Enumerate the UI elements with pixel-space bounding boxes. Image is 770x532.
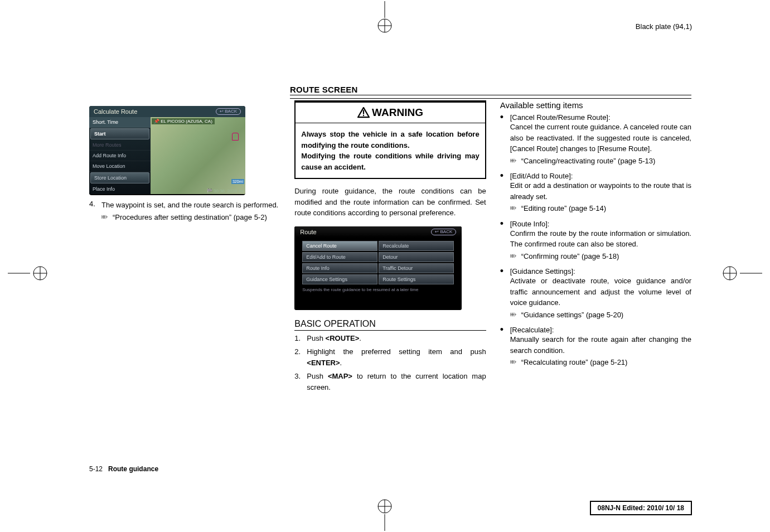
xref-icon	[101, 212, 113, 223]
ss-title: Calculate Route	[94, 108, 137, 115]
warning-para: Always stop the vehicle in a safe locati…	[301, 129, 479, 151]
svg-point-8	[723, 267, 737, 280]
warning-triangle-icon	[357, 107, 370, 118]
ss2-cell: Route Info	[302, 263, 377, 273]
xref-icon	[510, 156, 521, 167]
xref: “Recalculating route” (page 5-21)	[510, 357, 691, 368]
ss2-cell: Detour	[379, 252, 454, 262]
bullet-dot: •	[500, 172, 510, 180]
bullet-desc: Confirm the route by the route informati…	[510, 228, 691, 250]
step-item: 2.Highlight the preferred setting item a…	[294, 346, 486, 368]
ss-item: Store Location	[90, 172, 149, 183]
xref-text: “Canceling/reactivating route” (page 5-1…	[521, 156, 656, 167]
reg-mark-bottom	[362, 497, 407, 531]
bullet-item: •[Cancel Route/Resume Route]:Cancel the …	[500, 113, 691, 166]
xref: “Canceling/reactivating route” (page 5-1…	[510, 156, 691, 167]
steps-list: 1.Push <ROUTE>.2.Highlight the preferred…	[294, 333, 486, 396]
plate-label: Black plate (94,1)	[636, 22, 692, 31]
xref-text: “Confirming route” (page 5-18)	[521, 251, 619, 262]
xref-icon	[510, 251, 521, 262]
bullet-desc: Activate or deactivate route, voice guid…	[510, 275, 691, 308]
calculate-route-screenshot: Calculate Route ↩ BACK Short. Time Start…	[89, 106, 245, 195]
xref: “Guidance settings” (page 5-20)	[510, 309, 691, 321]
ss-item: Add Route Info	[89, 151, 151, 161]
ss2-cell: Traffic Detour	[379, 263, 454, 273]
reg-mark-top	[362, 1, 407, 35]
ss-item: Move Location	[89, 161, 151, 172]
step-text: Push <MAP> to return to the current loca…	[307, 371, 486, 393]
xref: “Editing route” (page 5-14)	[510, 203, 691, 214]
column-left: Calculate Route ↩ BACK Short. Time Start…	[89, 72, 280, 474]
column-right: Available setting items •[Cancel Route/R…	[500, 72, 691, 474]
bullet-label: [Edit/Add to Route]:	[510, 172, 573, 180]
step-number: 4.	[89, 200, 101, 223]
ss-item: Start	[90, 128, 149, 139]
ss-item: Short. Time	[89, 117, 151, 128]
ss2-cell: Guidance Settings	[302, 274, 377, 284]
step-text: The waypoint is set, and the route searc…	[101, 201, 278, 209]
bullet-item: •[Recalculate]:Manually search for the r…	[500, 326, 691, 368]
svg-point-12	[378, 500, 391, 513]
warning-box: WARNING Always stop the vehicle in a saf…	[294, 100, 486, 179]
xref-text: “Guidance settings” (page 5-20)	[521, 309, 624, 321]
key-label: <ENTER>	[307, 359, 340, 367]
xref-icon	[510, 309, 521, 321]
bullet-item: •[Edit/Add to Route]:Edit or add a desti…	[500, 172, 691, 214]
ss2-cell: Route Settings	[379, 274, 454, 284]
bullets-list: •[Cancel Route/Resume Route]:Cancel the …	[500, 113, 691, 374]
key-label: <MAP>	[328, 372, 352, 380]
step-number: 3.	[294, 371, 307, 393]
bullet-item: •[Route Info]:Confirm the route by the r…	[500, 220, 691, 262]
xref-text: “Procedures after setting destination” (…	[113, 212, 267, 223]
bullet-label: [Route Info]:	[510, 220, 550, 228]
step-text: Push <ROUTE>.	[307, 333, 361, 344]
back-icon: ↩ BACK	[216, 108, 241, 115]
bullet-item: •[Guidance Settings]:Activate or deactiv…	[500, 267, 691, 320]
xref-text: “Recalculating route” (page 5-21)	[521, 357, 628, 368]
intro-para: During route guidance, the route conditi…	[294, 186, 486, 219]
bullet-body: Activate or deactivate route, voice guid…	[510, 275, 691, 320]
available-items-heading: Available setting items	[500, 100, 691, 110]
warning-title: WARNING	[296, 103, 485, 123]
svg-point-17	[363, 115, 364, 116]
svg-point-5	[33, 267, 47, 280]
ss2-cell: Recalculate	[379, 241, 454, 251]
key-label: <ROUTE>	[326, 334, 360, 342]
bullet-body: Manually search for the route again afte…	[510, 334, 691, 368]
back-icon: ↩ BACK	[431, 229, 456, 235]
step-item: 1.Push <ROUTE>.	[294, 333, 486, 344]
ss-page: 1/6	[89, 195, 151, 195]
bullet-dot: •	[500, 113, 510, 122]
ss-map: 📌 EL PICOSO (AZUSA, CA) 320mi 🏁 30:36 20…	[151, 117, 245, 194]
edit-stamp: 08NJ-N Edited: 2010/ 10/ 18	[590, 501, 692, 515]
bullet-dot: •	[500, 220, 510, 228]
ss2-cell: Cancel Route	[302, 241, 377, 251]
ss-item: More Routes	[89, 140, 151, 151]
basic-operation-heading: BASIC OPERATION	[294, 319, 486, 331]
bullet-body: Cancel the current route guidance. A can…	[510, 122, 691, 166]
bullet-body: Edit or add a destination or waypoints t…	[510, 180, 691, 214]
ss-dest: 📌 EL PICOSO (AZUSA, CA)	[152, 118, 215, 124]
bullet-body: Confirm the route by the route informati…	[510, 228, 691, 262]
step-number: 2.	[294, 346, 307, 368]
bullet-label: [Recalculate]:	[510, 326, 554, 334]
route-menu-screenshot: Route ↩ BACK Cancel Route Recalculate Ed…	[294, 226, 462, 310]
bullet-desc: Edit or add a destination or waypoints t…	[510, 180, 691, 202]
reg-mark-right	[706, 262, 762, 284]
xref-icon	[510, 357, 521, 368]
warning-para: Modifying the route conditions while dri…	[301, 151, 479, 172]
xref-icon	[510, 203, 521, 214]
bullet-label: [Cancel Route/Resume Route]:	[510, 113, 611, 122]
bullet-dot: •	[500, 326, 510, 334]
step-text: Highlight the preferred setting item and…	[307, 346, 486, 368]
ss-scale: 320mi	[231, 179, 244, 184]
bullet-desc: Manually search for the route again afte…	[510, 334, 691, 356]
ss-item: Place Info	[89, 184, 151, 195]
step-item: 3.Push <MAP> to return to the current lo…	[294, 371, 486, 393]
step-number: 1.	[294, 333, 307, 344]
reg-mark-left	[8, 262, 64, 284]
xref-text: “Editing route” (page 5-14)	[521, 203, 606, 214]
ss2-footer: Suspends the route guidance to be resume…	[294, 284, 462, 295]
svg-point-1	[378, 19, 391, 32]
ss2-title: Route	[300, 229, 316, 235]
